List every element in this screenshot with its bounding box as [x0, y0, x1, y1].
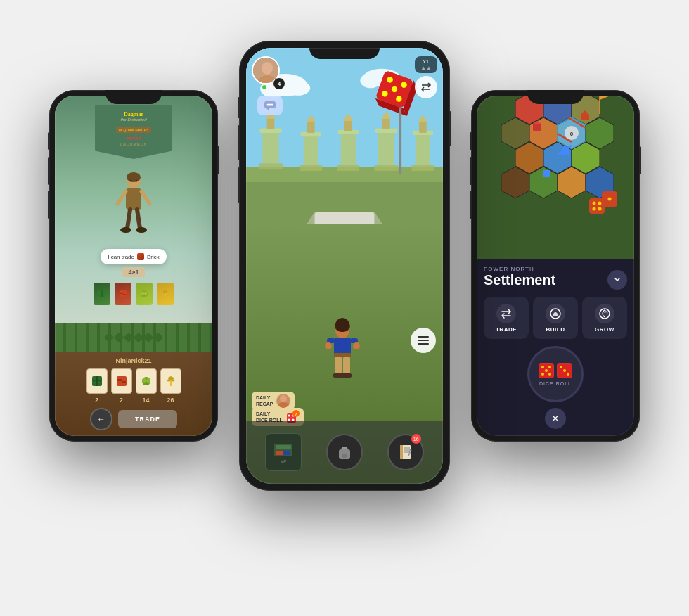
- svg-rect-56: [344, 121, 352, 131]
- count-lumber: 2: [86, 397, 108, 404]
- trade-action-icon: [496, 304, 516, 323]
- svg-text:?: ?: [295, 412, 297, 416]
- svg-point-165: [593, 207, 596, 211]
- svg-point-183: [563, 369, 566, 372]
- svg-rect-48: [304, 134, 318, 167]
- svg-rect-66: [419, 122, 427, 133]
- nav-vp[interactable]: VP: [266, 431, 301, 473]
- player-hand: [60, 368, 207, 394]
- back-icon: ←: [97, 414, 105, 424]
- journal-wrapper: 16: [387, 434, 424, 470]
- svg-rect-46: [267, 119, 275, 129]
- svg-point-6: [120, 227, 131, 233]
- character-name: Dagmar: [99, 111, 168, 117]
- green-band: [55, 323, 212, 352]
- svg-rect-100: [334, 353, 351, 357]
- dice-1: [539, 363, 554, 378]
- svg-rect-14: [120, 293, 123, 294]
- svg-rect-50: [300, 165, 322, 171]
- dice-pair: [539, 363, 572, 378]
- trade-button[interactable]: TRADE: [118, 410, 177, 428]
- online-indicator: [262, 84, 267, 90]
- trade-resource-name: Brick: [147, 254, 160, 260]
- nav-journal[interactable]: 16: [388, 431, 423, 473]
- daily-recap-icon: [276, 394, 290, 408]
- build-action-button[interactable]: BUILD: [533, 297, 578, 339]
- count-brick: 2: [111, 397, 132, 404]
- svg-point-168: [608, 198, 612, 201]
- svg-point-10: [136, 180, 138, 182]
- resource-brick-top: [115, 283, 131, 305]
- right-panel: Power North Settlement: [477, 259, 634, 436]
- svg-point-166: [598, 207, 602, 211]
- svg-line-4: [127, 210, 130, 229]
- right-phone-screen: 0: [477, 96, 634, 436]
- svg-line-3: [141, 191, 150, 204]
- journal-badge: 16: [411, 434, 421, 444]
- hand-card-brick: [111, 368, 132, 394]
- character-banner: Dagmar the Distracted ACQUAINTANCES ♥♥♥♥…: [95, 105, 172, 159]
- back-button[interactable]: ←: [90, 408, 112, 430]
- settlement-header: Power North Settlement: [484, 266, 627, 294]
- center-top-bar: 4: [252, 56, 437, 115]
- hand-card-lumber: [86, 368, 108, 394]
- hand-card-wheat: [160, 368, 181, 394]
- svg-point-98: [325, 342, 332, 349]
- svg-rect-92: [335, 357, 342, 374]
- svg-point-28: [142, 378, 146, 383]
- band-pip-3: [124, 333, 134, 342]
- dice-section: DICE ROLL: [484, 346, 627, 402]
- expand-button[interactable]: [607, 270, 627, 290]
- band-pip-4: [134, 333, 143, 342]
- svg-point-178: [548, 373, 551, 376]
- phone-center: 4: [239, 41, 450, 491]
- count-sheep: 14: [136, 397, 157, 404]
- dice-roll-button[interactable]: DICE ROLL: [527, 346, 584, 402]
- close-icon: ✕: [551, 413, 560, 424]
- svg-point-116: [288, 415, 290, 417]
- nav-vp-label: VP: [281, 459, 286, 463]
- close-button[interactable]: ✕: [545, 408, 566, 429]
- left-phone-screen: Dagmar the Distracted ACQUAINTANCES ♥♥♥♥…: [55, 96, 212, 436]
- svg-point-175: [541, 366, 544, 368]
- svg-point-33: [171, 380, 174, 382]
- right-map: 0: [477, 96, 634, 259]
- svg-rect-63: [416, 132, 430, 167]
- svg-rect-123: [276, 445, 291, 449]
- center-phone-screen: 4: [246, 48, 443, 484]
- action-buttons-row: TRADE BUILD: [484, 297, 627, 339]
- multiplier-text: x1: [420, 58, 432, 65]
- band-pip-5: [143, 333, 153, 342]
- build-action-icon: [546, 304, 565, 323]
- character-relationship: ACQUAINTANCES: [116, 127, 152, 133]
- svg-rect-96: [327, 338, 335, 343]
- svg-rect-124: [276, 451, 283, 455]
- chat-button[interactable]: [257, 96, 283, 115]
- grow-action-button[interactable]: GROW: [582, 297, 627, 339]
- multiplier-badge: x1 ▲▲: [415, 56, 437, 73]
- grow-action-label: GROW: [595, 326, 614, 333]
- trade-action-button[interactable]: TRADE: [484, 297, 529, 339]
- hand-card-sheep: [136, 368, 157, 394]
- svg-rect-153: [533, 124, 541, 131]
- left-bottom: NinjaNick21: [55, 352, 212, 436]
- nav-backpack[interactable]: [327, 431, 362, 473]
- trade-bubble: I can trade Brick: [101, 249, 167, 264]
- character-rarity: UNCOMMON: [99, 142, 168, 146]
- vp-badge: 4: [273, 77, 285, 90]
- svg-point-181: [560, 366, 562, 368]
- svg-rect-55: [337, 165, 359, 171]
- dice-2: [557, 363, 572, 378]
- band-pip-1: [104, 333, 114, 342]
- svg-line-2: [117, 191, 126, 204]
- svg-marker-108: [266, 108, 269, 110]
- count-wheat: 26: [160, 397, 181, 404]
- svg-point-7: [136, 227, 147, 233]
- svg-rect-60: [374, 165, 398, 171]
- band-pip-6: [153, 333, 163, 342]
- svg-rect-25: [117, 379, 122, 381]
- character-figure: [109, 162, 158, 246]
- svg-point-18: [144, 292, 147, 295]
- swap-button[interactable]: [415, 76, 437, 98]
- menu-button[interactable]: [411, 328, 436, 353]
